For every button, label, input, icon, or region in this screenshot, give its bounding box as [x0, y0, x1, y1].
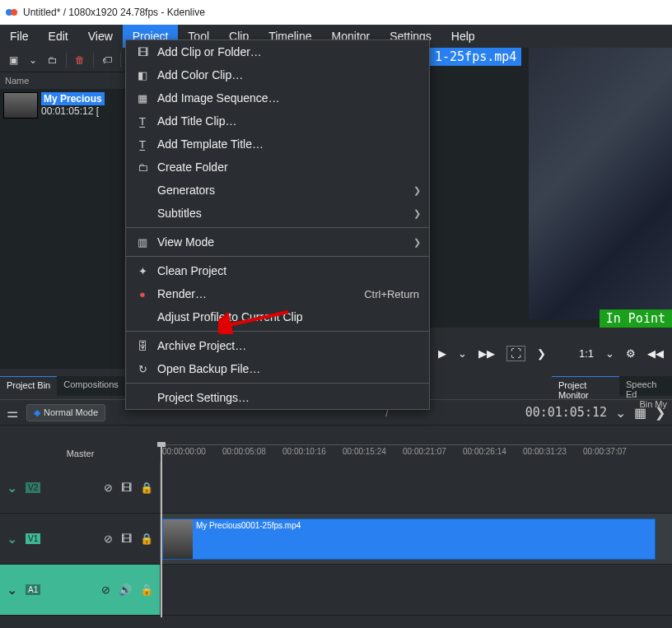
chevron-right-icon[interactable]: ❯: [537, 347, 546, 360]
dropdown-icon[interactable]: ⌄: [26, 53, 40, 67]
add-clip-icon[interactable]: ▣: [7, 53, 20, 67]
monitor-preview[interactable]: [529, 48, 672, 319]
tab-project-monitor[interactable]: Project Monitor: [552, 376, 619, 396]
titlebar: Untitled* / 1080x1920 24.78fps - Kdenliv…: [0, 0, 672, 25]
mute-icon[interactable]: ⊘: [101, 584, 110, 596]
folder-plus-icon: 🗀: [136, 161, 149, 174]
separator: [126, 331, 429, 332]
folder-icon[interactable]: 🗀: [46, 53, 59, 67]
track-v1[interactable]: ⌄ V1 ⊘ 🎞 🔒 My Precious0001-25fps.mp4: [0, 514, 672, 565]
timeline-clip[interactable]: My Precious0001-25fps.mp4: [162, 519, 656, 560]
tag-icon[interactable]: 🏷: [100, 53, 114, 67]
separator: [66, 53, 67, 67]
menu-add-template[interactable]: T̲Add Template Title…: [126, 133, 429, 156]
menu-view-mode[interactable]: ▥View Mode❯: [126, 230, 429, 254]
playhead[interactable]: [161, 444, 162, 617]
timeline-ruler[interactable]: Master 00:00:00:00 00:00:05:08 00:00:10:…: [0, 444, 672, 463]
separator: [93, 53, 94, 67]
track-body[interactable]: [161, 565, 672, 615]
menu-edit[interactable]: Edit: [39, 25, 78, 48]
tab-compositions[interactable]: Compositions: [57, 376, 125, 396]
delete-icon[interactable]: 🗑: [73, 53, 86, 67]
clip-label: My Precious0001-25fps.mp4: [193, 519, 304, 532]
clip-thumbnail: [163, 519, 193, 559]
color-icon: ◧: [136, 69, 149, 81]
menu-open-backup[interactable]: ↻Open Backup File…: [126, 357, 429, 380]
collapse-icon[interactable]: ⌄: [7, 480, 17, 495]
ruler-ticks[interactable]: 00:00:00:00 00:00:05:08 00:00:10:16 00:0…: [161, 444, 672, 463]
svg-point-1: [11, 9, 17, 16]
lock-icon[interactable]: 🔒: [140, 481, 153, 494]
speaker-icon[interactable]: 🔊: [119, 584, 132, 596]
menu-archive[interactable]: 🗄Archive Project…: [126, 334, 429, 357]
film-icon[interactable]: 🎞: [121, 481, 132, 494]
menu-add-image-seq[interactable]: ▦Add Image Sequence…: [126, 86, 429, 109]
crop-button[interactable]: ⛶: [506, 346, 525, 361]
chevron-right-icon: ❯: [413, 185, 421, 196]
menu-clean-project[interactable]: ✦Clean Project: [126, 259, 429, 282]
settings-icon[interactable]: ⚙: [626, 347, 636, 360]
monitor-tabs: Project Monitor Speech Ed: [552, 376, 672, 396]
tick: 00:00:31:23: [523, 447, 567, 456]
menu-add-clip[interactable]: 🎞Add Clip or Folder…: [126, 40, 429, 63]
track-body[interactable]: My Precious0001-25fps.mp4: [161, 514, 672, 564]
broom-icon: ✦: [136, 265, 149, 277]
tick: 00:00:05:08: [222, 447, 266, 456]
menu-file[interactable]: File: [0, 25, 39, 48]
chevron-down-icon[interactable]: ⌄: [605, 347, 614, 360]
tab-speech[interactable]: Speech Ed: [619, 376, 672, 396]
track-label[interactable]: V1: [26, 533, 40, 544]
tab-project-bin[interactable]: Project Bin: [0, 376, 57, 396]
collapse-icon[interactable]: ⌄: [7, 531, 17, 547]
menu-subtitles[interactable]: Subtitles❯: [126, 202, 429, 225]
track-v2[interactable]: ⌄ V2 ⊘ 🎞 🔒: [0, 463, 672, 514]
tick: 00:00:15:24: [343, 447, 386, 456]
disable-icon[interactable]: ⊘: [104, 533, 113, 545]
menu-add-title[interactable]: T̲Add Title Clip…: [126, 109, 429, 133]
disable-icon[interactable]: ⊘: [104, 481, 113, 494]
clip-name: My Precious: [41, 92, 105, 105]
tick: 00:00:21:07: [403, 447, 446, 456]
project-menu-dropdown: 🎞Add Clip or Folder… ◧Add Color Clip… ▦A…: [125, 40, 430, 410]
fast-forward-button[interactable]: ▶▶: [478, 347, 495, 360]
menu-view[interactable]: View: [78, 25, 123, 48]
in-point-badge: In Point: [600, 309, 672, 328]
clip-duration: 00:01:05:12 [: [41, 105, 105, 117]
menu-project-settings[interactable]: Project Settings…: [126, 386, 429, 409]
menu-create-folder[interactable]: 🗀Create Folder: [126, 156, 429, 179]
menu-generators[interactable]: Generators❯: [126, 179, 429, 202]
menu-adjust-profile[interactable]: Adjust Profile to Current Clip: [126, 305, 429, 328]
menu-help[interactable]: Help: [441, 25, 485, 48]
bin-header[interactable]: Name: [0, 72, 125, 89]
lock-icon[interactable]: 🔒: [140, 584, 153, 596]
rewind-button[interactable]: ◀◀: [647, 347, 664, 360]
title-icon: T̲: [136, 115, 149, 128]
play-button[interactable]: ▶: [438, 347, 446, 360]
timeline-timecode[interactable]: 00:01:05:12: [525, 405, 607, 420]
track-label[interactable]: V2: [26, 482, 40, 493]
sliders-icon[interactable]: ⚌: [7, 405, 18, 421]
clip-thumbnail: [3, 92, 38, 119]
track-body[interactable]: [161, 463, 672, 513]
zoom-level[interactable]: 1:1: [579, 347, 594, 360]
edit-mode-button[interactable]: ◆Normal Mode: [26, 404, 105, 421]
chevron-down-icon[interactable]: ⌄: [615, 405, 626, 421]
chevron-right-icon: ❯: [413, 208, 421, 219]
collapse-icon[interactable]: ⌄: [7, 582, 17, 598]
lock-icon[interactable]: 🔒: [140, 533, 153, 545]
track-a1[interactable]: ⌄ A1 ⊘ 🔊 🔒: [0, 565, 672, 616]
bin-tabs: Project Bin Compositions: [0, 376, 140, 396]
archive-icon: 🗄: [136, 340, 149, 352]
tick: 00:00:26:14: [463, 447, 506, 456]
track-label[interactable]: A1: [26, 584, 40, 595]
tick: 00:00:00:00: [162, 447, 206, 456]
dropdown-icon[interactable]: ⌄: [458, 347, 467, 360]
bin-clip-item[interactable]: My Precious 00:01:05:12 [: [0, 89, 125, 122]
separator: [120, 53, 121, 67]
view-icon: ▥: [136, 236, 149, 249]
menu-render[interactable]: ●Render…Ctrl+Return: [126, 282, 429, 305]
monitor-controls: ▶ ⌄ ▶▶ ⛶ ❯ 1:1 ⌄ ⚙ ◀◀: [430, 341, 672, 365]
menu-add-color[interactable]: ◧Add Color Clip…: [126, 63, 429, 86]
film-icon[interactable]: 🎞: [121, 533, 132, 545]
image-seq-icon: ▦: [136, 92, 149, 105]
